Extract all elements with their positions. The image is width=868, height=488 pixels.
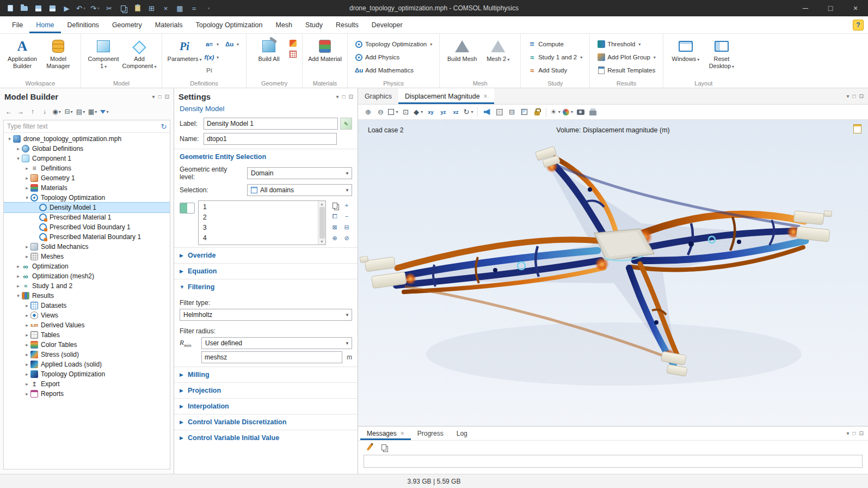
zoom-in-button[interactable]: ⊕: [362, 106, 374, 118]
tab-definitions[interactable]: Definitions: [61, 16, 106, 33]
collapse-expand-button[interactable]: ⊟▾: [63, 106, 74, 117]
zoom-box-button[interactable]: ▾: [387, 106, 399, 118]
expander-icon[interactable]: ▸: [23, 362, 30, 367]
panel-float-button[interactable]: □: [342, 94, 346, 100]
tree-filter-input[interactable]: [4, 120, 158, 132]
section-milling[interactable]: ▶Milling: [174, 367, 358, 382]
tab-messages[interactable]: Messages×: [360, 426, 411, 440]
compute-button[interactable]: =Compute: [525, 38, 585, 50]
active-selection-toggle[interactable]: [180, 203, 195, 213]
messages-output[interactable]: [364, 455, 863, 468]
expander-icon[interactable]: ▸: [23, 371, 30, 377]
variables-button[interactable]: a=▾: [202, 38, 221, 50]
expander-icon[interactable]: ▾: [6, 136, 13, 142]
columns-button[interactable]: ▦▾: [87, 106, 98, 117]
insert-sequence-button[interactable]: [288, 38, 298, 48]
graphics-canvas[interactable]: Load case 2 Volume: Displacement magnitu…: [358, 120, 868, 426]
print-button[interactable]: [587, 106, 599, 118]
expander-icon[interactable]: ▸: [23, 381, 30, 387]
tab-mesh[interactable]: Mesh: [269, 16, 299, 33]
run-button[interactable]: ▶: [60, 2, 73, 15]
rename-button[interactable]: ✎: [340, 118, 352, 130]
back-button[interactable]: ←: [3, 106, 14, 117]
panel-pin-button[interactable]: ⊡: [859, 93, 864, 99]
tree-node-definitions[interactable]: ▸≡Definitions: [4, 163, 170, 173]
tree-node-study-1-and-2[interactable]: ▸≈Study 1 and 2: [4, 281, 170, 291]
tab-log[interactable]: Log: [450, 426, 474, 440]
open-file-button[interactable]: [17, 2, 31, 15]
copy-button[interactable]: [116, 2, 130, 15]
build-all-button[interactable]: Build All: [251, 37, 287, 63]
selection-dropdown[interactable]: All domains▼: [247, 184, 352, 196]
tree-node-meshes[interactable]: ▸Meshes: [4, 252, 170, 261]
play-sound-button[interactable]: [481, 106, 493, 118]
tree-node-materials[interactable]: ▸Materials: [4, 183, 170, 193]
expander-icon[interactable]: ▸: [23, 391, 30, 396]
remove-from-selection-button[interactable]: −: [341, 211, 352, 221]
tab-study[interactable]: Study: [299, 16, 329, 33]
add-component-button[interactable]: Add Component▾: [121, 37, 157, 70]
copy-messages-button[interactable]: [378, 442, 390, 453]
expander-icon[interactable]: ▸: [15, 283, 22, 289]
refresh-filter-icon[interactable]: ↻: [158, 123, 170, 131]
save-as-button[interactable]: [46, 2, 59, 15]
panel-float-button[interactable]: □: [853, 93, 856, 99]
section-geometric-entity-selection[interactable]: Geometric Entity Selection: [174, 149, 358, 164]
tab-displacement-magnitude[interactable]: Displacement Magnitude×: [398, 88, 494, 104]
section-filtering[interactable]: ▼Filtering: [174, 279, 358, 295]
result-templates-button[interactable]: Result Templates: [594, 64, 658, 76]
build-mesh-quick-button[interactable]: ▦: [173, 2, 187, 15]
snapshot-button[interactable]: [575, 106, 586, 118]
forward-button[interactable]: →: [15, 106, 26, 117]
list-scrollbar[interactable]: ▲▼: [318, 201, 325, 245]
mesh-2-button[interactable]: Mesh 2▾: [480, 37, 516, 63]
expander-icon[interactable]: ▾: [15, 156, 22, 161]
move-up-button[interactable]: ↑: [27, 106, 38, 117]
tree-node-topology-optimization-results[interactable]: ▸Topology Optimization: [4, 369, 170, 379]
new-file-button[interactable]: [3, 2, 17, 15]
paste-selection-button[interactable]: [329, 200, 340, 210]
tree-node-root[interactable]: ▾drone_topology_optimization.mph: [4, 134, 170, 144]
tab-developer[interactable]: Developer: [365, 16, 409, 33]
cut-button[interactable]: ✂: [102, 2, 116, 15]
tree-node-applied-loads-solid[interactable]: ▸Applied Loads (solid): [4, 359, 170, 369]
tree-node-results[interactable]: ▾Results: [4, 291, 170, 301]
panel-float-button[interactable]: □: [158, 94, 162, 100]
update-plot-button[interactable]: ↻▾: [463, 106, 474, 118]
windows-button[interactable]: Windows▾: [668, 37, 704, 63]
application-builder-button[interactable]: A Application Builder: [4, 37, 40, 70]
threshold-button[interactable]: Threshold▾: [594, 38, 658, 50]
filter-radius-input[interactable]: [201, 351, 342, 363]
model-manager-button[interactable]: Model Manager: [40, 37, 76, 70]
add-plot-group-button[interactable]: Add Plot Group▾: [594, 51, 658, 63]
delete-button[interactable]: ×: [159, 2, 173, 15]
expander-icon[interactable]: ▸: [23, 342, 30, 347]
filter-button[interactable]: ▾: [99, 106, 110, 117]
section-control-variable-discretization[interactable]: ▶Control Variable Discretization: [174, 414, 358, 430]
show-hide-button[interactable]: ◉▾: [51, 106, 62, 117]
help-button[interactable]: ?: [853, 20, 864, 30]
filter-radius-mode-dropdown[interactable]: User defined▼: [201, 337, 352, 349]
physics-interface-dropdown[interactable]: Topology Optimization▾: [352, 38, 435, 50]
build-mesh-button[interactable]: Build Mesh: [444, 37, 480, 63]
panel-menu-button[interactable]: ▾: [152, 94, 155, 100]
invert-selection-button[interactable]: ⊟: [341, 222, 352, 232]
scene-light-button[interactable]: ☀▾: [550, 106, 561, 118]
copy-selection-button[interactable]: ⧠: [329, 211, 340, 221]
export-image-button[interactable]: ⊟: [506, 106, 518, 118]
expander-icon[interactable]: ▸: [15, 273, 22, 279]
domain-list-item[interactable]: 3: [199, 222, 318, 233]
label-input[interactable]: [204, 118, 338, 130]
node-label-button[interactable]: ▤▾: [75, 106, 86, 117]
compute-quick-button[interactable]: =: [187, 2, 201, 15]
tree-node-datasets[interactable]: ▸Datasets: [4, 301, 170, 310]
go-to-default-view-button[interactable]: ◆▾: [413, 106, 424, 118]
tab-materials[interactable]: Materials: [149, 16, 189, 33]
section-interpolation[interactable]: ▶Interpolation: [174, 398, 358, 414]
name-input[interactable]: [204, 133, 337, 145]
tree-node-global-definitions[interactable]: ▸Global Definitions: [4, 144, 170, 154]
close-tab-icon[interactable]: ×: [401, 430, 404, 437]
expander-icon[interactable]: ▸: [23, 322, 30, 328]
remove-sequence-button[interactable]: [288, 49, 298, 59]
panel-pin-button[interactable]: ⊡: [349, 94, 353, 100]
